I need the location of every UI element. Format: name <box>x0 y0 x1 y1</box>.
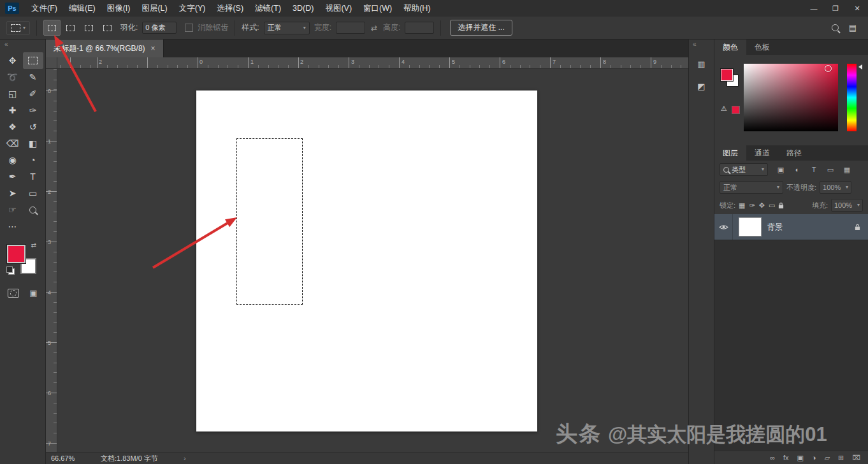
menu-item[interactable]: 窗口(W) <box>358 0 398 17</box>
visibility-toggle[interactable] <box>714 214 733 240</box>
width-input[interactable] <box>336 22 365 34</box>
layer-mask-icon[interactable]: ▣ <box>797 454 804 462</box>
pen-tool[interactable]: ✒ <box>3 168 23 185</box>
menu-item[interactable]: 编辑(E) <box>63 0 101 17</box>
crop-tool[interactable]: ◱ <box>3 85 23 102</box>
tab-layers[interactable]: 图层 <box>714 145 746 161</box>
hue-slider-indicator[interactable] <box>858 64 862 69</box>
libraries-panel-icon[interactable]: ▥ <box>693 55 711 72</box>
hue-slider[interactable] <box>847 64 857 131</box>
brush-tool[interactable]: ✑ <box>23 102 43 119</box>
lock-artboard-icon[interactable]: ▭ <box>769 201 775 210</box>
quick-selection-tool[interactable]: ✎ <box>23 69 43 85</box>
saturation-map[interactable] <box>744 64 838 131</box>
filter-adjustment-layers-icon[interactable]: ◐ <box>790 163 804 176</box>
lock-position-icon[interactable]: ✥ <box>759 201 765 210</box>
collapse-toolbar-button[interactable]: « <box>0 40 45 50</box>
menu-item[interactable]: 文件(F) <box>25 0 63 17</box>
fill-select[interactable]: 100% ▾ <box>831 199 863 212</box>
minimize-button[interactable]: — <box>803 0 825 17</box>
gradient-tool[interactable]: ◧ <box>23 135 43 152</box>
color-picker-ring[interactable] <box>825 65 832 72</box>
lock-image-pixels-icon[interactable]: ✑ <box>749 201 755 210</box>
menu-item[interactable]: 图层(L) <box>136 0 173 17</box>
eraser-tool[interactable]: ⌫ <box>3 135 23 152</box>
new-adjustment-layer-icon[interactable]: ◑ <box>812 454 816 461</box>
menu-item[interactable]: 帮助(H) <box>398 0 436 17</box>
clone-stamp-tool[interactable]: ❖ <box>3 119 23 135</box>
add-to-selection-button[interactable] <box>62 20 79 36</box>
menu-item[interactable]: 3D(D) <box>287 0 319 17</box>
layer-row-background[interactable]: 背景 <box>714 214 868 240</box>
blur-tool[interactable]: ◉ <box>3 152 23 168</box>
new-group-icon[interactable]: ▱ <box>825 454 830 462</box>
swap-dimensions-icon[interactable]: ⇄ <box>371 24 377 33</box>
close-tab-icon[interactable]: × <box>151 44 156 53</box>
layer-filter-select[interactable]: 类型 ▾ <box>720 163 768 176</box>
expand-dock-button[interactable]: « <box>689 40 714 50</box>
dodge-tool[interactable]: ◔ <box>23 152 43 168</box>
zoom-tool[interactable] <box>23 201 43 218</box>
subtract-from-selection-button[interactable] <box>80 20 98 36</box>
delete-layer-icon[interactable]: ⌧ <box>852 454 860 462</box>
search-icon[interactable] <box>832 24 839 31</box>
feather-input[interactable] <box>142 22 177 34</box>
tab-color[interactable]: 颜色 <box>714 40 746 55</box>
menu-item[interactable]: 滤镜(T) <box>249 0 287 17</box>
default-colors-icon[interactable] <box>8 268 15 275</box>
tool-preset-button[interactable]: ▾ <box>6 21 30 35</box>
lasso-tool[interactable]: ➰ <box>3 69 23 85</box>
quick-mask-button[interactable] <box>8 289 19 298</box>
layer-thumbnail[interactable] <box>739 217 762 236</box>
eyedropper-tool[interactable]: ✐ <box>23 85 43 102</box>
screen-mode-button[interactable]: ▣ <box>29 288 37 298</box>
workspace-icon[interactable]: ▤ <box>849 23 857 33</box>
filter-shape-layers-icon[interactable]: ▭ <box>823 163 837 176</box>
app-logo[interactable]: Ps <box>5 3 19 14</box>
canvas[interactable] <box>196 91 537 431</box>
move-tool[interactable]: ✥ <box>3 52 23 69</box>
style-select[interactable]: 正常 ▾ <box>264 22 310 34</box>
shape-tool[interactable]: ▭ <box>23 185 43 201</box>
height-input[interactable] <box>405 22 434 34</box>
tab-paths[interactable]: 路径 <box>778 145 810 161</box>
status-chevron-icon[interactable]: › <box>184 454 186 462</box>
filter-pixel-layers-icon[interactable]: ▣ <box>774 163 788 176</box>
link-layers-icon[interactable]: ∞ <box>770 454 775 461</box>
menu-item[interactable]: 视图(V) <box>319 0 358 17</box>
blend-mode-select[interactable]: 正常 ▾ <box>720 181 783 194</box>
restore-button[interactable]: ❐ <box>825 0 846 17</box>
gamut-color-swatch[interactable] <box>732 106 740 114</box>
opacity-select[interactable]: 100% ▾ <box>820 181 851 194</box>
swap-colors-icon[interactable]: ⇄ <box>31 242 36 249</box>
hand-tool[interactable]: ☞ <box>3 201 23 218</box>
history-brush-tool[interactable]: ↺ <box>23 119 43 135</box>
antialias-checkbox[interactable] <box>185 24 193 32</box>
layer-name[interactable]: 背景 <box>767 222 783 233</box>
menu-item[interactable]: 图像(I) <box>101 0 136 17</box>
filter-smart-objects-icon[interactable]: ▦ <box>840 163 854 176</box>
menu-item[interactable]: 选择(S) <box>211 0 249 17</box>
tab-channels[interactable]: 通道 <box>746 145 778 161</box>
gamut-warning-icon[interactable]: ⚠ <box>721 105 727 113</box>
document-tab[interactable]: 未标题-1 @ 66.7%(RGB/8) × <box>46 40 164 57</box>
tab-swatches[interactable]: 色板 <box>746 40 778 55</box>
lock-transparent-pixels-icon[interactable]: ▦ <box>739 201 745 210</box>
edit-toolbar-button[interactable]: ⋯ <box>3 218 23 235</box>
adjustments-panel-icon[interactable]: ◩ <box>693 78 711 94</box>
intersect-selection-button[interactable] <box>99 20 116 36</box>
new-selection-button[interactable] <box>43 20 61 36</box>
zoom-level[interactable]: 66.67% <box>51 454 101 462</box>
foreground-swatch[interactable] <box>721 69 733 81</box>
rect-marquee-tool[interactable] <box>23 52 43 69</box>
select-and-mask-button[interactable]: 选择并遮住 ... <box>450 20 512 36</box>
menu-item[interactable]: 文字(Y) <box>173 0 212 17</box>
spot-healing-tool[interactable]: ✚ <box>3 102 23 119</box>
path-selection-tool[interactable]: ➤ <box>3 185 23 201</box>
lock-all-icon[interactable] <box>778 202 784 209</box>
new-layer-icon[interactable]: ⊞ <box>838 454 844 462</box>
close-button[interactable]: ✕ <box>846 0 868 17</box>
foreground-color-swatch[interactable] <box>7 245 25 263</box>
layer-style-icon[interactable]: fx <box>783 454 789 461</box>
type-tool[interactable]: T <box>23 168 43 185</box>
